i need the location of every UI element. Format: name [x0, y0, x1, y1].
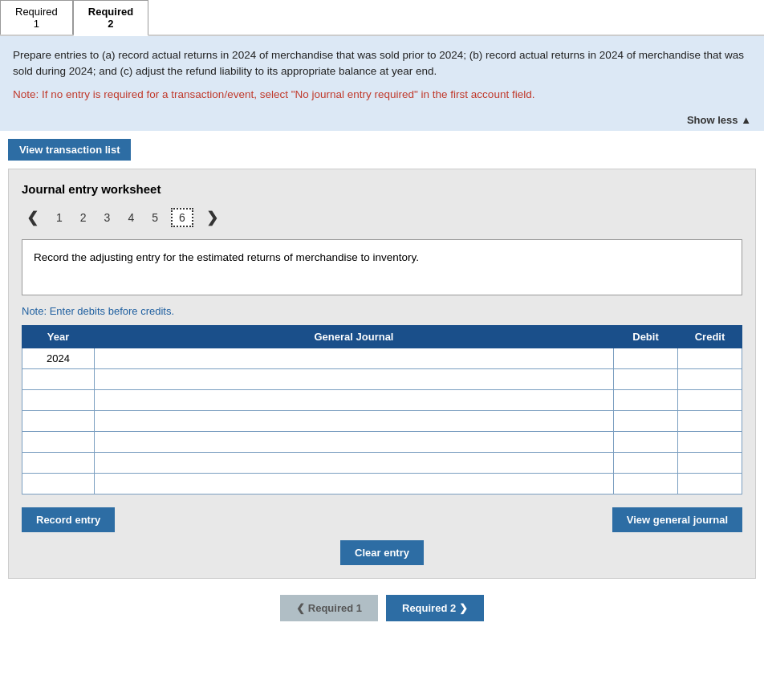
- bottom-nav: ❮ Required 1 Required 2 ❯: [0, 595, 764, 621]
- credit-cell[interactable]: [678, 452, 742, 473]
- credit-cell[interactable]: [678, 368, 742, 389]
- table-row: [22, 473, 742, 494]
- year-cell: [22, 389, 95, 410]
- year-cell: [22, 473, 95, 494]
- tab-required-1[interactable]: Required1: [0, 0, 73, 35]
- credit-input[interactable]: [678, 453, 742, 473]
- view-general-journal-button[interactable]: View general journal: [612, 507, 742, 532]
- next-arrow[interactable]: ❯: [201, 207, 223, 228]
- debit-cell[interactable]: [614, 410, 678, 431]
- journal-input[interactable]: [95, 390, 613, 410]
- credit-input[interactable]: [678, 474, 742, 494]
- show-less-button[interactable]: Show less ▲: [0, 111, 764, 131]
- credit-cell[interactable]: [678, 348, 742, 368]
- clear-row: Clear entry: [22, 540, 742, 565]
- col-header-credit: Credit: [678, 325, 742, 348]
- tabs-container: Required1 Required2: [0, 0, 764, 36]
- page-3[interactable]: 3: [100, 210, 116, 226]
- debit-cell[interactable]: [614, 473, 678, 494]
- debit-cell[interactable]: [614, 431, 678, 452]
- action-buttons-row: Record entry View general journal: [22, 507, 742, 532]
- journal-cell[interactable]: [95, 410, 614, 431]
- worksheet-nav-row: ❮ 1 2 3 4 5 6 ❯: [22, 207, 742, 228]
- table-row: [22, 368, 742, 389]
- page-6[interactable]: 6: [171, 208, 193, 227]
- credit-input[interactable]: [678, 390, 742, 410]
- note-debits-before-credits: Note: Enter debits before credits.: [22, 305, 742, 317]
- credit-input[interactable]: [678, 432, 742, 452]
- col-header-journal: General Journal: [95, 325, 614, 348]
- debit-input[interactable]: [614, 411, 677, 431]
- prev-required-button[interactable]: ❮ Required 1: [280, 595, 378, 621]
- credit-cell[interactable]: [678, 473, 742, 494]
- credit-cell[interactable]: [678, 410, 742, 431]
- debit-input[interactable]: [614, 369, 677, 389]
- credit-input[interactable]: [678, 348, 742, 368]
- debit-cell[interactable]: [614, 389, 678, 410]
- year-cell: [22, 452, 95, 473]
- page-5[interactable]: 5: [147, 210, 163, 226]
- table-row: [22, 452, 742, 473]
- table-row: 2024: [22, 348, 742, 368]
- year-cell: [22, 431, 95, 452]
- journal-cell[interactable]: [95, 348, 614, 368]
- instructions-area: Prepare entries to (a) record actual ret…: [0, 36, 764, 111]
- journal-cell[interactable]: [95, 431, 614, 452]
- worksheet-container: Journal entry worksheet ❮ 1 2 3 4 5 6 ❯ …: [8, 169, 756, 579]
- year-cell: [22, 410, 95, 431]
- debit-cell[interactable]: [614, 348, 678, 368]
- worksheet-title: Journal entry worksheet: [22, 182, 742, 196]
- journal-cell[interactable]: [95, 368, 614, 389]
- prev-arrow[interactable]: ❮: [22, 207, 43, 228]
- journal-cell[interactable]: [95, 452, 614, 473]
- col-header-debit: Debit: [614, 325, 678, 348]
- record-entry-button[interactable]: Record entry: [22, 507, 115, 532]
- table-row: [22, 389, 742, 410]
- journal-cell[interactable]: [95, 473, 614, 494]
- journal-table: Year General Journal Debit Credit 2024: [22, 325, 742, 494]
- instructions-note-red: Note: If no entry is required for a tran…: [13, 87, 751, 103]
- view-transaction-list-button[interactable]: View transaction list: [8, 139, 131, 161]
- clear-entry-button[interactable]: Clear entry: [340, 540, 424, 565]
- debit-cell[interactable]: [614, 368, 678, 389]
- journal-cell[interactable]: [95, 389, 614, 410]
- debit-input[interactable]: [614, 432, 677, 452]
- table-row: [22, 431, 742, 452]
- next-required-button[interactable]: Required 2 ❯: [386, 595, 484, 621]
- debit-cell[interactable]: [614, 452, 678, 473]
- credit-cell[interactable]: [678, 431, 742, 452]
- year-cell: 2024: [22, 348, 95, 368]
- journal-input[interactable]: [95, 474, 613, 494]
- page-4[interactable]: 4: [123, 210, 139, 226]
- debit-input[interactable]: [614, 348, 677, 368]
- tab-required-2[interactable]: Required2: [73, 0, 148, 36]
- page-2[interactable]: 2: [75, 210, 91, 226]
- debit-input[interactable]: [614, 390, 677, 410]
- journal-input[interactable]: [95, 411, 613, 431]
- description-box: Record the adjusting entry for the estim…: [22, 239, 742, 295]
- credit-input[interactable]: [678, 411, 742, 431]
- year-cell: [22, 368, 95, 389]
- credit-cell[interactable]: [678, 389, 742, 410]
- debit-input[interactable]: [614, 474, 677, 494]
- debit-input[interactable]: [614, 453, 677, 473]
- credit-input[interactable]: [678, 369, 742, 389]
- journal-input[interactable]: [95, 348, 613, 368]
- journal-input[interactable]: [95, 432, 613, 452]
- col-header-year: Year: [22, 325, 95, 348]
- page-1[interactable]: 1: [51, 210, 67, 226]
- instructions-text: Prepare entries to (a) record actual ret…: [13, 47, 751, 80]
- table-row: [22, 410, 742, 431]
- journal-input[interactable]: [95, 453, 613, 473]
- journal-input[interactable]: [95, 369, 613, 389]
